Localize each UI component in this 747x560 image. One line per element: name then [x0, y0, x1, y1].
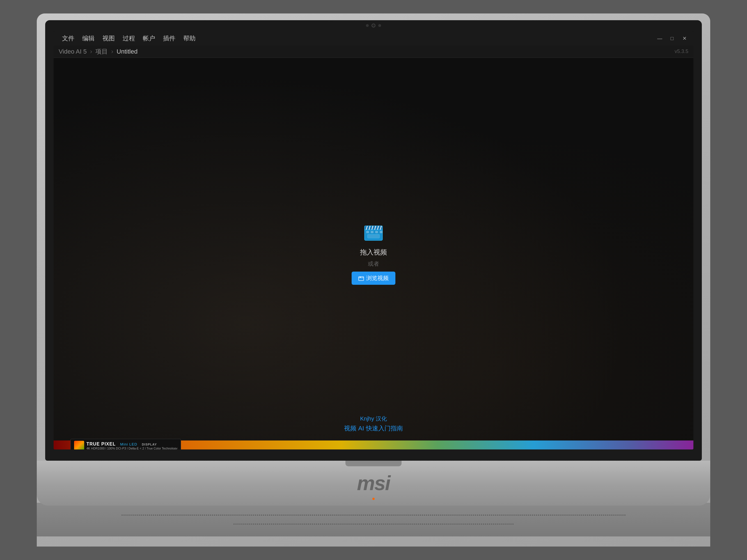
grille-dot — [292, 524, 293, 525]
attribution-name[interactable]: Knjhy 汉化 — [344, 415, 403, 423]
grille-dot — [353, 524, 354, 525]
menu-process[interactable]: 过程 — [119, 32, 139, 44]
grille-dot — [479, 514, 480, 516]
grille-dot — [304, 524, 305, 525]
grille-dot — [585, 514, 586, 516]
grille-dot — [343, 514, 344, 516]
minimize-button[interactable]: — — [655, 34, 664, 43]
webcam-area — [366, 24, 381, 27]
grille-dot — [285, 514, 286, 516]
grille-dot — [420, 524, 421, 525]
screen-bezel: 文件 编辑 视图 过程 帐户 插件 帮助 — □ ✕ Video AI 5 › — [45, 20, 702, 461]
grille-dot — [509, 514, 510, 516]
grille-dot — [461, 514, 462, 516]
grille-dot — [406, 524, 408, 525]
grille-dot — [371, 514, 372, 516]
grille-dot — [459, 524, 461, 525]
laptop-base: msi — [37, 461, 710, 506]
menu-help[interactable]: 帮助 — [179, 32, 200, 44]
grille-dot — [401, 514, 402, 516]
maximize-button[interactable]: □ — [668, 34, 676, 43]
grille-dot — [387, 514, 388, 516]
grille-dot — [440, 524, 441, 525]
grille-dot — [300, 524, 301, 525]
grille-dot — [391, 524, 392, 525]
grille-dot — [294, 514, 295, 516]
grille-dot — [371, 524, 372, 525]
grille-dot — [141, 514, 142, 516]
grille-dot — [442, 514, 443, 516]
grille-dot — [467, 524, 468, 525]
grille-dot — [408, 524, 409, 525]
grille-dot — [599, 514, 600, 516]
grille-dot — [320, 514, 321, 516]
grille-dot — [159, 514, 160, 516]
grille-dot — [265, 514, 266, 516]
browse-icon — [358, 275, 364, 281]
grille-dot — [273, 524, 274, 525]
browse-video-button[interactable]: 浏览视频 — [352, 272, 395, 285]
menu-view[interactable]: 视图 — [99, 32, 119, 44]
grille-dot — [398, 514, 400, 516]
grille-dot — [434, 524, 435, 525]
grille-dot — [589, 514, 590, 516]
grille-dot — [449, 524, 451, 525]
grille-dot — [347, 514, 349, 516]
menu-edit[interactable]: 编辑 — [78, 32, 99, 44]
grille-dot — [375, 524, 376, 525]
grille-dot — [507, 514, 508, 516]
grille-dot — [503, 514, 504, 516]
grille-dot — [243, 524, 244, 525]
grille-dot — [175, 514, 176, 516]
grille-dot — [454, 514, 455, 516]
breadcrumb-separator-2: › — [111, 48, 113, 55]
menu-file[interactable]: 文件 — [58, 32, 78, 44]
grille-dot — [351, 524, 353, 525]
menu-account[interactable]: 帐户 — [139, 32, 159, 44]
grille-dot — [383, 514, 384, 516]
grille-dot — [583, 514, 584, 516]
grille-dot — [394, 524, 396, 525]
title-bar: 文件 编辑 视图 过程 帐户 插件 帮助 — □ ✕ — [54, 31, 693, 46]
grille-dot — [481, 524, 482, 525]
secondary-bar: Video AI 5 › 项目 › Untitled v5.3.5 — [54, 46, 693, 58]
grille-dot — [330, 514, 331, 516]
grille-dot — [412, 514, 413, 516]
grille-dot — [503, 524, 504, 525]
grille-dot — [532, 514, 533, 516]
grille-dot — [190, 514, 191, 516]
grille-dot — [292, 514, 293, 516]
grille-dot — [393, 514, 394, 516]
grille-dot — [449, 514, 451, 516]
grille-dot — [196, 514, 197, 516]
grille-dot — [571, 514, 572, 516]
grille-dot — [624, 514, 625, 516]
grille-dot — [512, 514, 514, 516]
grille-dot — [398, 524, 400, 525]
grille-dot — [487, 524, 488, 525]
grille-dot — [536, 514, 537, 516]
grille-dot — [137, 514, 138, 516]
attribution-guide[interactable]: 视频 AI 快速入门指南 — [344, 424, 403, 433]
svg-rect-10 — [375, 231, 378, 233]
grille-dot — [251, 514, 252, 516]
grille-dot — [261, 524, 262, 525]
menu-plugins[interactable]: 插件 — [159, 32, 179, 44]
breadcrumb-project[interactable]: 项目 — [96, 47, 108, 56]
grille-dot — [473, 524, 474, 525]
grille-dot — [469, 514, 470, 516]
grille-dot — [457, 514, 459, 516]
grille-dot — [316, 524, 317, 525]
grille-dot — [512, 524, 514, 525]
close-button[interactable]: ✕ — [680, 34, 689, 43]
grille-dot — [339, 514, 341, 516]
grille-dot — [385, 514, 386, 516]
grille-dot — [446, 514, 447, 516]
svg-rect-9 — [371, 231, 374, 233]
grille-dot — [177, 514, 178, 516]
grille-dot — [418, 514, 419, 516]
grille-dot — [237, 524, 238, 525]
grille-dot — [322, 524, 323, 525]
grille-dot — [467, 514, 468, 516]
grille-dot — [447, 524, 449, 525]
